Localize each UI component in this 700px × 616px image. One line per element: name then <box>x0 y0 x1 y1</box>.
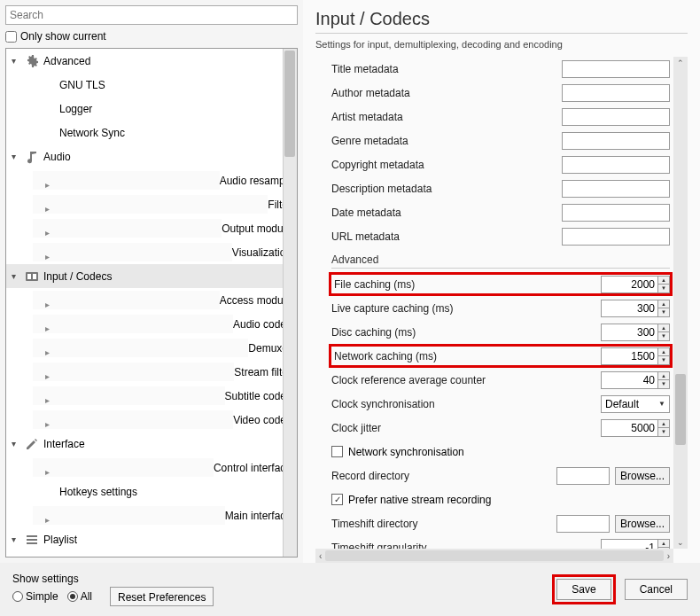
tree-category[interactable]: Input / Codecs <box>6 264 297 288</box>
spinner-buttons[interactable]: ▲▼ <box>657 300 670 317</box>
spin-up-icon[interactable]: ▲ <box>658 348 669 357</box>
network-caching-input[interactable] <box>601 347 657 365</box>
tree-item[interactable]: GNU TLS <box>6 73 297 97</box>
spin-down-icon[interactable]: ▼ <box>658 356 669 364</box>
scroll-right-icon[interactable]: › <box>664 551 673 561</box>
metadata-input[interactable] <box>562 180 670 198</box>
field-label: Live capture caching (ms) <box>331 302 601 315</box>
expand-arrow-icon[interactable] <box>33 243 232 261</box>
disc-caching-input[interactable] <box>601 324 657 341</box>
tree-category[interactable]: Advanced <box>6 49 297 73</box>
tree-item[interactable]: Visualizations <box>6 240 297 264</box>
metadata-input[interactable] <box>562 132 670 150</box>
expand-arrow-icon[interactable] <box>33 195 268 214</box>
tree-label: GNU TLS <box>59 79 105 91</box>
expand-arrow-icon[interactable] <box>33 386 225 405</box>
spinner-buttons[interactable]: ▲▼ <box>657 324 670 341</box>
metadata-input[interactable] <box>562 228 670 246</box>
tree-category[interactable]: Audio <box>6 144 297 168</box>
expand-arrow-icon[interactable] <box>33 291 220 309</box>
expand-arrow-icon[interactable] <box>33 315 233 333</box>
tree-item[interactable]: Main interfaces <box>6 503 297 527</box>
tree-item[interactable]: Subtitle codecs <box>6 384 297 408</box>
all-radio[interactable]: All <box>67 590 92 603</box>
spin-up-icon[interactable]: ▲ <box>658 540 669 549</box>
category-tree[interactable]: AdvancedGNU TLSLoggerNetwork SyncAudioAu… <box>5 48 298 558</box>
tree-item[interactable]: Audio resampler <box>6 168 297 192</box>
expand-arrow-icon[interactable] <box>12 439 20 448</box>
clock-ref-input[interactable] <box>601 371 657 389</box>
expand-arrow-icon[interactable] <box>12 271 20 281</box>
form-horizontal-scrollbar[interactable]: ‹ › <box>315 549 673 563</box>
spinner-buttons[interactable]: ▲▼ <box>657 347 670 365</box>
tree-item[interactable]: Network Sync <box>6 121 297 144</box>
tree-category[interactable]: Interface <box>6 432 297 456</box>
tree-item[interactable]: Access modules <box>6 288 297 312</box>
scroll-down-icon[interactable]: ⌄ <box>677 538 684 547</box>
browse-button[interactable]: Browse... <box>615 515 670 533</box>
expand-arrow-icon[interactable] <box>33 363 234 381</box>
spin-down-icon[interactable]: ▼ <box>658 285 669 292</box>
reset-preferences-button[interactable]: Reset Preferences <box>110 587 214 606</box>
search-input[interactable] <box>5 5 298 25</box>
tree-item[interactable]: Control interfaces <box>6 456 297 480</box>
spin-up-icon[interactable]: ▲ <box>658 420 669 429</box>
spin-up-icon[interactable]: ▲ <box>658 372 669 381</box>
scroll-left-icon[interactable]: ‹ <box>315 551 325 561</box>
spin-down-icon[interactable]: ▼ <box>658 308 669 316</box>
only-show-current-checkbox[interactable]: Only show current <box>5 30 298 43</box>
codec-icon <box>24 269 40 284</box>
expand-arrow-icon[interactable] <box>12 152 20 161</box>
tree-item[interactable]: Filters <box>6 192 297 216</box>
network-sync-checkbox[interactable]: Network synchronisation <box>331 446 464 458</box>
expand-arrow-icon[interactable] <box>33 410 233 429</box>
expand-arrow-icon[interactable] <box>33 506 225 525</box>
expand-arrow-icon[interactable] <box>12 534 20 544</box>
tree-item[interactable]: Output modules <box>6 216 297 240</box>
metadata-input[interactable] <box>562 204 670 222</box>
expand-arrow-icon[interactable] <box>33 171 220 190</box>
spin-up-icon[interactable]: ▲ <box>658 324 669 333</box>
spin-down-icon[interactable]: ▼ <box>658 332 669 340</box>
expand-arrow-icon[interactable] <box>33 458 214 477</box>
tree-item[interactable]: Demuxers <box>6 336 297 360</box>
spinner-buttons[interactable]: ▲▼ <box>657 276 670 293</box>
live-capture-input[interactable] <box>601 300 657 317</box>
expand-arrow-icon[interactable] <box>33 339 248 357</box>
cancel-button[interactable]: Cancel <box>625 579 688 600</box>
tree-item[interactable]: Stream filters <box>6 360 297 384</box>
show-settings-label: Show settings <box>12 573 214 585</box>
simple-radio[interactable]: Simple <box>12 590 58 603</box>
metadata-input[interactable] <box>562 156 670 174</box>
spin-up-icon[interactable]: ▲ <box>658 300 669 309</box>
metadata-input[interactable] <box>562 84 670 102</box>
browse-button[interactable]: Browse... <box>615 467 670 485</box>
tree-item[interactable]: Hotkeys settings <box>6 480 297 503</box>
spinner-buttons[interactable]: ▲▼ <box>657 371 670 389</box>
file-caching-input[interactable] <box>601 276 657 293</box>
spinner-buttons[interactable]: ▲▼ <box>657 419 670 437</box>
metadata-input[interactable] <box>562 60 670 78</box>
record-dir-input[interactable] <box>556 467 610 485</box>
clock-ref-row: Clock reference average counter▲▼ <box>331 368 670 392</box>
tree-item[interactable]: Audio codecs <box>6 312 297 336</box>
form-vertical-scrollbar[interactable]: ⌃ ⌄ <box>673 57 688 549</box>
spin-down-icon[interactable]: ▼ <box>658 428 669 436</box>
tree-scrollbar[interactable] <box>283 49 297 557</box>
clock-sync-select[interactable]: Default▼ <box>601 395 670 413</box>
tree-category[interactable]: Playlist <box>6 527 297 551</box>
spin-up-icon[interactable]: ▲ <box>658 277 669 285</box>
prefer-native-checkbox[interactable]: Prefer native stream recording <box>331 494 491 506</box>
tree-item[interactable]: Logger <box>6 97 297 121</box>
svg-rect-1 <box>27 274 31 279</box>
timeshift-dir-input[interactable] <box>556 515 610 533</box>
metadata-input[interactable] <box>562 108 670 126</box>
clock-jitter-input[interactable] <box>601 419 657 437</box>
save-button[interactable]: Save <box>556 579 611 600</box>
field-label: Disc caching (ms) <box>331 326 601 339</box>
spin-down-icon[interactable]: ▼ <box>658 380 669 388</box>
expand-arrow-icon[interactable] <box>33 219 222 238</box>
tree-item[interactable]: Video codecs <box>6 408 297 432</box>
scroll-up-icon[interactable]: ⌃ <box>677 58 684 67</box>
expand-arrow-icon[interactable] <box>12 56 20 66</box>
